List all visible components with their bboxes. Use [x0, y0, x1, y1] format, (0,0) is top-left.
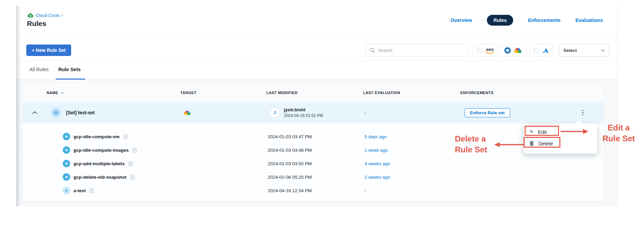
- search-box[interactable]: [366, 44, 468, 57]
- row-context-menu: ✎ Edit Delete: [524, 124, 597, 154]
- document-icon[interactable]: [128, 161, 133, 166]
- svg-text:$: $: [30, 14, 31, 17]
- nav-overview[interactable]: Overview: [450, 18, 472, 23]
- rule-icon: ❖: [63, 173, 70, 181]
- search-icon: [370, 48, 375, 53]
- rule-last-modified: 2024-02-06 05:25 PM: [266, 175, 363, 180]
- collapse-chevron-up-icon[interactable]: [23, 111, 47, 114]
- page-header: $ Cloud Costs › Rules Overview Rules Enf…: [16, 6, 617, 38]
- menu-item-edit[interactable]: ✎ Edit: [524, 127, 597, 137]
- rules-tabs: All Rules Rule Sets: [16, 61, 617, 80]
- tab-rule-sets[interactable]: Rule Sets: [58, 67, 81, 72]
- rule-name[interactable]: gcp-idle-compute-vm: [74, 134, 120, 139]
- rule-name[interactable]: gcp-delete-old-snapshot: [74, 175, 126, 180]
- rule-row[interactable]: ❖ gcp-idle-compute-vm 2024-01-03 03:47 P…: [23, 130, 604, 143]
- azure-logo: [542, 48, 549, 53]
- rule-set-children: ❖ gcp-idle-compute-vm 2024-01-03 03:47 P…: [23, 123, 604, 197]
- select-label: Select: [563, 48, 577, 53]
- new-rule-set-button[interactable]: + New Rule Set: [26, 45, 71, 56]
- rule-row[interactable]: ❖ gcp-idle-compute-images 2024-01-03 03:…: [23, 143, 604, 157]
- sort-asc-icon[interactable]: ▲: [61, 91, 64, 94]
- nav-enforcements[interactable]: Enforcements: [528, 18, 561, 23]
- rule-last-evaluation-link[interactable]: 5 days ago: [363, 134, 460, 139]
- breadcrumb-separator: ›: [62, 12, 63, 18]
- rule-last-modified: 2024-01-03 03:50 PM: [266, 161, 363, 166]
- rule-set-name[interactable]: [Set] test-set: [66, 110, 95, 115]
- screenshot-canvas: $ Cloud Costs › Rules Overview Rules Enf…: [0, 0, 644, 236]
- document-icon[interactable]: [133, 148, 137, 153]
- col-header-last-modified: LAST MODIFIED: [266, 91, 363, 95]
- col-header-target: TARGET: [180, 91, 266, 95]
- breadcrumb-label[interactable]: Cloud Costs: [36, 13, 60, 18]
- rule-icon: ❖: [63, 146, 70, 154]
- tab-all-rules[interactable]: All Rules: [29, 67, 49, 72]
- rule-name[interactable]: gcp-idle-compute-images: [74, 148, 129, 153]
- modified-at-timestamp: 2024-04-16 01:52 PM: [284, 113, 323, 118]
- modified-by-user: jyoti.bisht: [284, 107, 323, 112]
- rule-row[interactable]: ❖ gcp-delete-old-snapshot 2024-02-06 05:…: [23, 170, 604, 184]
- chevron-down-icon: [601, 49, 605, 52]
- rule-icon-light: ❖: [63, 187, 70, 194]
- table-header-row: NAME ▲ TARGET LAST MODIFIED LAST EVALUAT…: [23, 83, 604, 102]
- rule-icon: ❖: [63, 160, 70, 167]
- azure-radio-unchecked[interactable]: [533, 48, 539, 53]
- menu-item-delete[interactable]: Delete: [524, 139, 597, 148]
- rule-name[interactable]: gcp-add-multiple-labels: [74, 161, 125, 166]
- rule-last-evaluation-link[interactable]: 2 weeks ago: [363, 175, 460, 180]
- rule-row[interactable]: ❖ gcp-add-multiple-labels 2024-01-03 03:…: [23, 157, 604, 170]
- rule-set-last-evaluation: -: [363, 110, 460, 115]
- gcp-logo: [514, 47, 522, 54]
- cloud-costs-icon: $: [27, 13, 34, 18]
- col-header-last-evaluation: LAST EVALUATION: [363, 91, 460, 95]
- aws-radio-unchecked[interactable]: [477, 48, 482, 53]
- trash-icon: [529, 141, 534, 146]
- rule-set-row[interactable]: [Set] test-set: [23, 102, 604, 123]
- select-dropdown[interactable]: Select: [559, 44, 610, 57]
- top-nav: Overview Rules Enforcements Evaluations: [450, 15, 603, 26]
- rule-last-modified: 2024-01-03 03:47 PM: [266, 134, 363, 139]
- col-header-enforcements: ENFORCEMENTS: [460, 91, 604, 95]
- nav-rules-active[interactable]: Rules: [487, 15, 513, 26]
- provider-toggle-gcp[interactable]: [500, 44, 527, 57]
- kebab-menu-icon[interactable]: [580, 109, 586, 117]
- breadcrumb[interactable]: $ Cloud Costs ›: [27, 12, 63, 18]
- col-header-name[interactable]: NAME: [47, 91, 58, 95]
- rule-last-evaluation-link[interactable]: 4 weeks ago: [363, 161, 460, 166]
- document-icon[interactable]: [130, 175, 135, 180]
- rule-set-icon: [51, 107, 61, 118]
- rule-sets-table-card: NAME ▲ TARGET LAST MODIFIED LAST EVALUAT…: [23, 83, 604, 201]
- document-icon[interactable]: [123, 134, 128, 139]
- rule-last-modified: 2024-01-03 03:48 PM: [266, 148, 363, 153]
- gcp-target-icon: [184, 110, 191, 116]
- rule-row[interactable]: ❖ a-test 2024-04-16 12:34 PM -: [23, 184, 604, 197]
- toolbar: + New Rule Set aws: [16, 38, 617, 61]
- provider-toggle-aws[interactable]: aws: [473, 44, 498, 57]
- enforce-rule-set-button[interactable]: Enforce Rule set: [465, 108, 510, 117]
- rule-last-modified: 2024-04-16 12:34 PM: [266, 188, 363, 193]
- aws-logo: aws: [486, 48, 494, 54]
- rule-icon: ❖: [63, 133, 70, 140]
- search-input[interactable]: [378, 48, 464, 53]
- provider-toggle-azure[interactable]: [529, 44, 553, 57]
- page-title: Rules: [27, 20, 46, 28]
- rule-name[interactable]: a-test: [74, 188, 86, 193]
- gcp-radio-checked[interactable]: [504, 47, 511, 54]
- avatar: J: [270, 108, 280, 118]
- app-frame: $ Cloud Costs › Rules Overview Rules Enf…: [16, 6, 617, 206]
- nav-evaluations[interactable]: Evaluations: [576, 18, 603, 23]
- rule-last-evaluation-link[interactable]: 1 week ago: [363, 148, 460, 153]
- rule-last-evaluation: -: [363, 188, 460, 193]
- document-icon[interactable]: [89, 188, 94, 193]
- pencil-icon: ✎: [529, 129, 534, 135]
